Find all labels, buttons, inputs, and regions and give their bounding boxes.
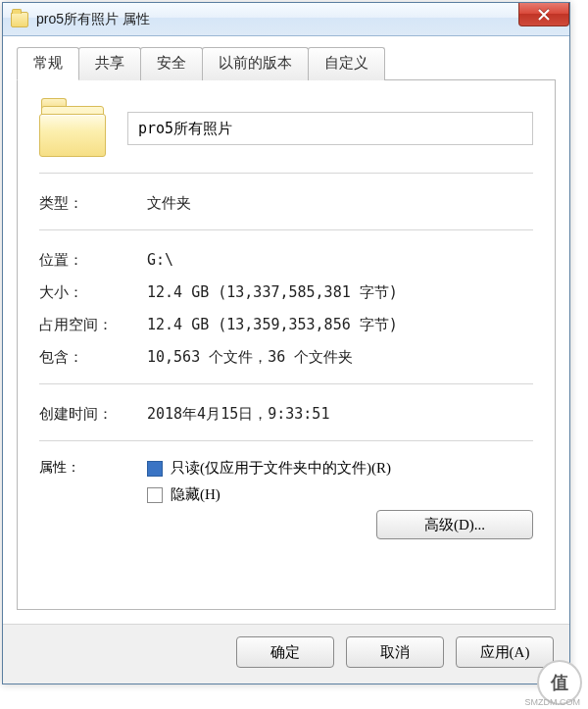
tab-sharing[interactable]: 共享: [78, 47, 141, 80]
close-icon: [538, 9, 550, 21]
separator: [39, 173, 533, 174]
hidden-label: 隐藏(H): [171, 485, 220, 504]
watermark: 值 SMZDM.COM: [537, 660, 582, 705]
value-type: 文件夹: [147, 194, 533, 213]
cancel-button[interactable]: 取消: [346, 636, 444, 668]
label-contains: 包含：: [39, 348, 147, 367]
hidden-checkbox[interactable]: [147, 487, 163, 503]
label-created: 创建时间：: [39, 405, 147, 424]
value-size: 12.4 GB (13,337,585,381 字节): [147, 283, 533, 302]
value-contains: 10,563 个文件，36 个文件夹: [147, 348, 533, 367]
dialog-body: 常规 共享 安全 以前的版本 自定义 类型： 文件夹 位置： G:\: [3, 36, 569, 624]
general-panel: 类型： 文件夹 位置： G:\ 大小： 12.4 GB (13,337,585,…: [17, 80, 556, 610]
window-title: pro5所有照片 属性: [36, 11, 150, 28]
tab-previous-versions[interactable]: 以前的版本: [202, 47, 309, 80]
tab-customize[interactable]: 自定义: [308, 47, 385, 80]
tab-strip: 常规 共享 安全 以前的版本 自定义: [17, 46, 556, 80]
titlebar[interactable]: pro5所有照片 属性: [3, 3, 569, 36]
label-type: 类型：: [39, 194, 147, 213]
tab-security[interactable]: 安全: [140, 47, 203, 80]
folder-icon: [11, 12, 28, 27]
watermark-text: SMZDM.COM: [525, 697, 581, 707]
label-size: 大小：: [39, 283, 147, 302]
readonly-checkbox[interactable]: [147, 461, 163, 477]
label-location: 位置：: [39, 251, 147, 270]
dialog-footer: 确定 取消 应用(A): [3, 624, 569, 684]
properties-dialog: pro5所有照片 属性 常规 共享 安全 以前的版本 自定义 类型：: [2, 2, 570, 684]
folder-large-icon: [39, 100, 108, 157]
separator: [39, 440, 533, 441]
label-attributes: 属性：: [39, 455, 147, 539]
folder-name-input[interactable]: [127, 112, 533, 145]
tab-general[interactable]: 常规: [17, 47, 79, 80]
close-button[interactable]: [518, 3, 569, 26]
value-location: G:\: [147, 251, 533, 270]
value-created: 2018年4月15日，9:33:51: [147, 405, 533, 424]
advanced-button[interactable]: 高级(D)...: [376, 510, 533, 539]
separator: [39, 383, 533, 384]
ok-button[interactable]: 确定: [236, 636, 334, 668]
value-size-on-disk: 12.4 GB (13,359,353,856 字节): [147, 316, 533, 334]
readonly-label: 只读(仅应用于文件夹中的文件)(R): [171, 459, 391, 478]
label-size-on-disk: 占用空间：: [39, 316, 147, 334]
separator: [39, 229, 533, 230]
